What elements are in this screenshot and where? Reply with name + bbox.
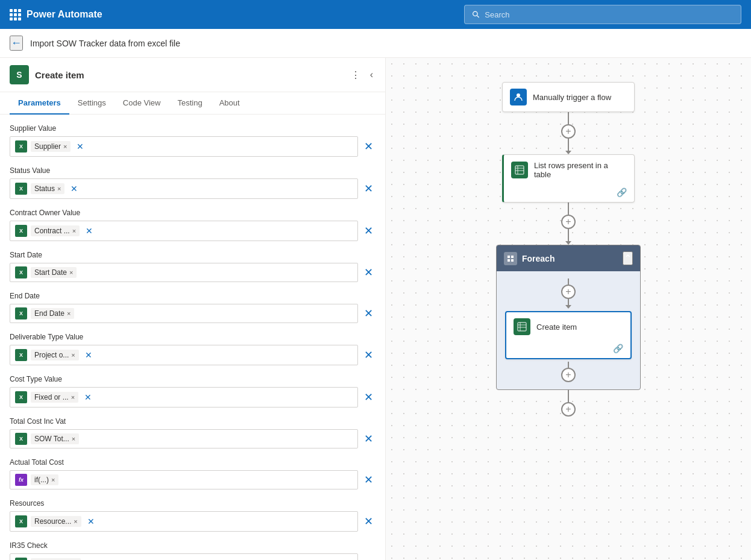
remove-total-cost-button[interactable]: ✕ (362, 430, 376, 448)
node-trigger[interactable]: Manually trigger a flow (502, 82, 635, 112)
chip-remove-total-cost[interactable]: × (72, 435, 75, 442)
search-bar[interactable] (464, 5, 741, 24)
input-supplier[interactable]: X Supplier × ✕ (10, 136, 358, 157)
chip-cost-type: Fixed or ... × (31, 392, 78, 403)
remove-resources-button[interactable]: ✕ (362, 512, 376, 530)
field-row-resources: X Resource... × ✕ ✕ (10, 511, 376, 532)
waffle-icon[interactable] (10, 9, 20, 20)
tab-parameters[interactable]: Parameters (10, 92, 69, 115)
excel-icon-total-cost: X (15, 433, 27, 445)
remove-end-date-button[interactable]: ✕ (362, 304, 376, 322)
excel-icon-contract: X (15, 225, 27, 237)
remove-contract-button[interactable]: ✕ (362, 222, 376, 240)
input-cost-type[interactable]: X Fixed or ... × ✕ (10, 387, 358, 407)
chip-start-date: Start Date × (31, 267, 77, 278)
clear-status-button[interactable]: ✕ (68, 181, 80, 196)
foreach-add-step-button[interactable]: + (561, 285, 576, 299)
trigger-node-label: Manually trigger a flow (533, 93, 627, 102)
chip-remove-status[interactable]: × (57, 185, 61, 192)
field-row-status: X Status × ✕ ✕ (10, 178, 376, 199)
input-status[interactable]: X Status × ✕ (10, 178, 358, 199)
excel-icon-status: X (15, 183, 27, 195)
input-deliverable-type[interactable]: X Project o... × ✕ (10, 345, 358, 365)
add-final-step-button[interactable]: + (561, 402, 576, 417)
svg-point-2 (517, 93, 520, 97)
add-step-1-button[interactable]: + (561, 124, 576, 139)
tab-settings[interactable]: Settings (69, 92, 115, 115)
label-start-date: Start Date (10, 251, 376, 259)
chip-end-date: End Date × (31, 308, 74, 319)
input-contract-owner[interactable]: X Contract ... × ✕ (10, 221, 358, 241)
list-rows-node-icon (511, 162, 528, 178)
field-actual-total-cost: Actual Total Cost fx if(...) × ✕ (10, 458, 376, 489)
field-supplier-value: Supplier Value X Supplier × ✕ ✕ (10, 124, 376, 157)
remove-start-date-button[interactable]: ✕ (362, 263, 376, 282)
field-deliverable-type: Deliverable Type Value X Project o... × … (10, 333, 376, 365)
chip-total-cost: SOW Tot... × (31, 433, 79, 444)
foreach-body: + (497, 271, 640, 389)
panel-header: S Create item ⋮ ‹ (0, 58, 385, 92)
clear-cost-type-button[interactable]: ✕ (82, 390, 94, 404)
input-total-cost[interactable]: X SOW Tot... × (10, 429, 358, 448)
chip-remove-actual-cost[interactable]: × (51, 476, 55, 483)
chip-remove-supplier[interactable]: × (63, 143, 67, 150)
clear-supplier-button[interactable]: ✕ (74, 139, 86, 154)
left-panel: S Create item ⋮ ‹ Parameters Settings Co… (0, 58, 386, 560)
chip-remove-cost-type[interactable]: × (71, 394, 75, 401)
input-actual-cost[interactable]: fx if(...) × (10, 470, 358, 489)
foreach-icon (504, 252, 517, 265)
clear-deliverable-button[interactable]: ✕ (83, 348, 95, 362)
label-ir35-check: IR35 Check (10, 541, 376, 550)
input-start-date[interactable]: X Start Date × (10, 263, 358, 282)
subheader: ← Import SOW Tracker data from excel fil… (0, 29, 751, 58)
panel-title: Create item (35, 70, 342, 80)
field-row-ir35: X IR35 Che... × ✕ ✕ (10, 553, 376, 560)
list-rows-link-icon: 🔗 (617, 187, 627, 197)
add-step-2-button[interactable]: + (561, 215, 576, 229)
excel-icon-resources: X (15, 515, 27, 527)
field-row-actual-cost: fx if(...) × ✕ (10, 470, 376, 489)
field-cost-type: Cost Type Value X Fixed or ... × ✕ ✕ (10, 375, 376, 407)
clear-resources-button[interactable]: ✕ (85, 514, 97, 529)
foreach-end-add-button[interactable]: + (561, 368, 576, 382)
create-item-link-icon: 🔗 (613, 344, 623, 353)
label-resources: Resources (10, 499, 376, 508)
tab-code-view[interactable]: Code View (115, 92, 169, 115)
excel-icon-start-date: X (15, 266, 27, 278)
close-panel-button[interactable]: ‹ (368, 67, 376, 83)
clear-ir35-button[interactable]: ✕ (84, 556, 96, 560)
foreach-collapse-button[interactable]: ⌃ (623, 251, 633, 265)
foreach-header: Foreach ⌃ (497, 245, 640, 271)
connector-bottom: + (561, 390, 576, 417)
tab-testing[interactable]: Testing (169, 92, 210, 115)
remove-cost-type-button[interactable]: ✕ (362, 388, 376, 406)
back-button[interactable]: ← (10, 36, 23, 51)
node-create-item[interactable]: Create item 🔗 (505, 311, 632, 359)
chip-remove-deliverable[interactable]: × (71, 351, 75, 359)
clear-contract-button[interactable]: ✕ (83, 224, 95, 238)
app-title: Power Automate (27, 9, 102, 20)
input-end-date[interactable]: X End Date × (10, 304, 358, 323)
chip-deliverable: Project o... × (31, 350, 79, 360)
remove-ir35-button[interactable]: ✕ (362, 555, 376, 560)
excel-icon-deliverable: X (15, 349, 27, 361)
tab-about[interactable]: About (211, 92, 248, 115)
field-row-supplier: X Supplier × ✕ ✕ (10, 136, 376, 157)
search-input[interactable] (485, 10, 734, 19)
chip-remove-contract[interactable]: × (72, 227, 76, 234)
chip-remove-start-date[interactable]: × (69, 269, 73, 276)
input-resources[interactable]: X Resource... × ✕ (10, 511, 358, 532)
remove-status-button[interactable]: ✕ (362, 180, 376, 198)
search-icon (472, 10, 480, 19)
input-ir35[interactable]: X IR35 Che... × ✕ (10, 553, 358, 560)
remove-actual-cost-button[interactable]: ✕ (362, 471, 376, 489)
field-row-start-date: X Start Date × ✕ (10, 263, 376, 282)
remove-supplier-button[interactable]: ✕ (362, 137, 376, 156)
foreach-label: Foreach (522, 254, 555, 263)
node-list-rows[interactable]: List rows present in a table 🔗 (502, 154, 635, 203)
chip-remove-end-date[interactable]: × (67, 310, 71, 317)
chip-remove-resources[interactable]: × (74, 518, 77, 525)
tabs: Parameters Settings Code View Testing Ab… (0, 92, 385, 115)
more-options-button[interactable]: ⋮ (348, 67, 363, 83)
remove-deliverable-button[interactable]: ✕ (362, 346, 376, 364)
